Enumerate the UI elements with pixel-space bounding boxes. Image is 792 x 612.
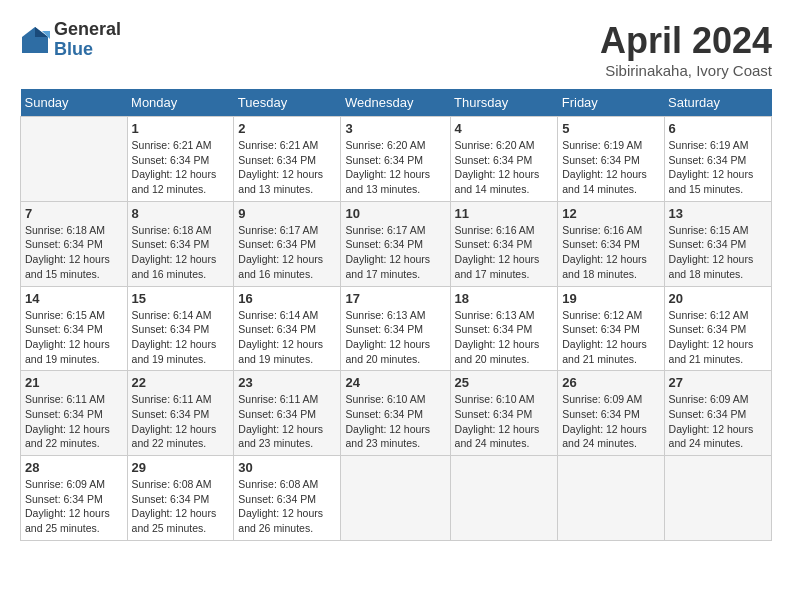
day-info: Sunrise: 6:13 AMSunset: 6:34 PMDaylight:… bbox=[345, 308, 445, 367]
day-number: 6 bbox=[669, 121, 767, 136]
calendar-header-monday: Monday bbox=[127, 89, 234, 117]
calendar-cell: 27Sunrise: 6:09 AMSunset: 6:34 PMDayligh… bbox=[664, 371, 771, 456]
calendar-cell: 4Sunrise: 6:20 AMSunset: 6:34 PMDaylight… bbox=[450, 117, 558, 202]
calendar-cell: 16Sunrise: 6:14 AMSunset: 6:34 PMDayligh… bbox=[234, 286, 341, 371]
day-info: Sunrise: 6:15 AMSunset: 6:34 PMDaylight:… bbox=[669, 223, 767, 282]
day-number: 21 bbox=[25, 375, 123, 390]
day-number: 1 bbox=[132, 121, 230, 136]
day-number: 20 bbox=[669, 291, 767, 306]
calendar-cell: 18Sunrise: 6:13 AMSunset: 6:34 PMDayligh… bbox=[450, 286, 558, 371]
day-number: 2 bbox=[238, 121, 336, 136]
calendar-cell: 24Sunrise: 6:10 AMSunset: 6:34 PMDayligh… bbox=[341, 371, 450, 456]
calendar-header-tuesday: Tuesday bbox=[234, 89, 341, 117]
calendar-cell: 2Sunrise: 6:21 AMSunset: 6:34 PMDaylight… bbox=[234, 117, 341, 202]
calendar-week-row: 14Sunrise: 6:15 AMSunset: 6:34 PMDayligh… bbox=[21, 286, 772, 371]
day-number: 4 bbox=[455, 121, 554, 136]
calendar-cell: 21Sunrise: 6:11 AMSunset: 6:34 PMDayligh… bbox=[21, 371, 128, 456]
day-info: Sunrise: 6:09 AMSunset: 6:34 PMDaylight:… bbox=[562, 392, 659, 451]
day-number: 24 bbox=[345, 375, 445, 390]
day-info: Sunrise: 6:14 AMSunset: 6:34 PMDaylight:… bbox=[132, 308, 230, 367]
calendar-cell bbox=[558, 456, 664, 541]
day-number: 17 bbox=[345, 291, 445, 306]
calendar-cell: 22Sunrise: 6:11 AMSunset: 6:34 PMDayligh… bbox=[127, 371, 234, 456]
calendar-cell: 3Sunrise: 6:20 AMSunset: 6:34 PMDaylight… bbox=[341, 117, 450, 202]
day-info: Sunrise: 6:16 AMSunset: 6:34 PMDaylight:… bbox=[562, 223, 659, 282]
day-number: 18 bbox=[455, 291, 554, 306]
logo-text: General Blue bbox=[54, 20, 121, 60]
day-number: 22 bbox=[132, 375, 230, 390]
day-number: 3 bbox=[345, 121, 445, 136]
calendar-header-sunday: Sunday bbox=[21, 89, 128, 117]
calendar-cell: 26Sunrise: 6:09 AMSunset: 6:34 PMDayligh… bbox=[558, 371, 664, 456]
day-number: 14 bbox=[25, 291, 123, 306]
calendar-cell: 30Sunrise: 6:08 AMSunset: 6:34 PMDayligh… bbox=[234, 456, 341, 541]
calendar-header-saturday: Saturday bbox=[664, 89, 771, 117]
day-info: Sunrise: 6:21 AMSunset: 6:34 PMDaylight:… bbox=[238, 138, 336, 197]
day-number: 23 bbox=[238, 375, 336, 390]
day-number: 26 bbox=[562, 375, 659, 390]
day-info: Sunrise: 6:08 AMSunset: 6:34 PMDaylight:… bbox=[132, 477, 230, 536]
day-info: Sunrise: 6:21 AMSunset: 6:34 PMDaylight:… bbox=[132, 138, 230, 197]
calendar-cell bbox=[21, 117, 128, 202]
day-info: Sunrise: 6:17 AMSunset: 6:34 PMDaylight:… bbox=[238, 223, 336, 282]
location: Sibirinakaha, Ivory Coast bbox=[600, 62, 772, 79]
day-info: Sunrise: 6:16 AMSunset: 6:34 PMDaylight:… bbox=[455, 223, 554, 282]
calendar-cell: 13Sunrise: 6:15 AMSunset: 6:34 PMDayligh… bbox=[664, 201, 771, 286]
calendar-cell: 29Sunrise: 6:08 AMSunset: 6:34 PMDayligh… bbox=[127, 456, 234, 541]
day-number: 7 bbox=[25, 206, 123, 221]
calendar-cell: 15Sunrise: 6:14 AMSunset: 6:34 PMDayligh… bbox=[127, 286, 234, 371]
calendar-header-thursday: Thursday bbox=[450, 89, 558, 117]
day-info: Sunrise: 6:15 AMSunset: 6:34 PMDaylight:… bbox=[25, 308, 123, 367]
day-number: 25 bbox=[455, 375, 554, 390]
day-number: 29 bbox=[132, 460, 230, 475]
calendar-cell: 12Sunrise: 6:16 AMSunset: 6:34 PMDayligh… bbox=[558, 201, 664, 286]
calendar-cell bbox=[341, 456, 450, 541]
day-number: 5 bbox=[562, 121, 659, 136]
day-number: 12 bbox=[562, 206, 659, 221]
day-info: Sunrise: 6:11 AMSunset: 6:34 PMDaylight:… bbox=[238, 392, 336, 451]
calendar-cell: 1Sunrise: 6:21 AMSunset: 6:34 PMDaylight… bbox=[127, 117, 234, 202]
calendar-cell: 8Sunrise: 6:18 AMSunset: 6:34 PMDaylight… bbox=[127, 201, 234, 286]
calendar-cell bbox=[450, 456, 558, 541]
month-title: April 2024 bbox=[600, 20, 772, 62]
day-number: 27 bbox=[669, 375, 767, 390]
logo: General Blue bbox=[20, 20, 121, 60]
day-info: Sunrise: 6:17 AMSunset: 6:34 PMDaylight:… bbox=[345, 223, 445, 282]
day-info: Sunrise: 6:10 AMSunset: 6:34 PMDaylight:… bbox=[345, 392, 445, 451]
calendar-week-row: 28Sunrise: 6:09 AMSunset: 6:34 PMDayligh… bbox=[21, 456, 772, 541]
day-number: 28 bbox=[25, 460, 123, 475]
logo-blue-text: Blue bbox=[54, 40, 121, 60]
day-info: Sunrise: 6:18 AMSunset: 6:34 PMDaylight:… bbox=[132, 223, 230, 282]
day-info: Sunrise: 6:20 AMSunset: 6:34 PMDaylight:… bbox=[345, 138, 445, 197]
day-info: Sunrise: 6:08 AMSunset: 6:34 PMDaylight:… bbox=[238, 477, 336, 536]
calendar-cell: 25Sunrise: 6:10 AMSunset: 6:34 PMDayligh… bbox=[450, 371, 558, 456]
calendar-cell: 6Sunrise: 6:19 AMSunset: 6:34 PMDaylight… bbox=[664, 117, 771, 202]
calendar-cell: 7Sunrise: 6:18 AMSunset: 6:34 PMDaylight… bbox=[21, 201, 128, 286]
day-number: 19 bbox=[562, 291, 659, 306]
logo-general-text: General bbox=[54, 20, 121, 40]
calendar-cell: 20Sunrise: 6:12 AMSunset: 6:34 PMDayligh… bbox=[664, 286, 771, 371]
calendar-cell: 14Sunrise: 6:15 AMSunset: 6:34 PMDayligh… bbox=[21, 286, 128, 371]
calendar-header-row: SundayMondayTuesdayWednesdayThursdayFrid… bbox=[21, 89, 772, 117]
day-number: 8 bbox=[132, 206, 230, 221]
day-info: Sunrise: 6:11 AMSunset: 6:34 PMDaylight:… bbox=[132, 392, 230, 451]
day-info: Sunrise: 6:20 AMSunset: 6:34 PMDaylight:… bbox=[455, 138, 554, 197]
day-info: Sunrise: 6:09 AMSunset: 6:34 PMDaylight:… bbox=[25, 477, 123, 536]
day-info: Sunrise: 6:19 AMSunset: 6:34 PMDaylight:… bbox=[669, 138, 767, 197]
calendar-week-row: 7Sunrise: 6:18 AMSunset: 6:34 PMDaylight… bbox=[21, 201, 772, 286]
day-info: Sunrise: 6:10 AMSunset: 6:34 PMDaylight:… bbox=[455, 392, 554, 451]
day-info: Sunrise: 6:11 AMSunset: 6:34 PMDaylight:… bbox=[25, 392, 123, 451]
day-number: 16 bbox=[238, 291, 336, 306]
calendar-table: SundayMondayTuesdayWednesdayThursdayFrid… bbox=[20, 89, 772, 541]
day-number: 10 bbox=[345, 206, 445, 221]
calendar-week-row: 21Sunrise: 6:11 AMSunset: 6:34 PMDayligh… bbox=[21, 371, 772, 456]
day-number: 13 bbox=[669, 206, 767, 221]
calendar-cell bbox=[664, 456, 771, 541]
calendar-cell: 17Sunrise: 6:13 AMSunset: 6:34 PMDayligh… bbox=[341, 286, 450, 371]
day-info: Sunrise: 6:12 AMSunset: 6:34 PMDaylight:… bbox=[669, 308, 767, 367]
calendar-header-wednesday: Wednesday bbox=[341, 89, 450, 117]
calendar-cell: 23Sunrise: 6:11 AMSunset: 6:34 PMDayligh… bbox=[234, 371, 341, 456]
day-number: 15 bbox=[132, 291, 230, 306]
calendar-cell: 28Sunrise: 6:09 AMSunset: 6:34 PMDayligh… bbox=[21, 456, 128, 541]
day-info: Sunrise: 6:19 AMSunset: 6:34 PMDaylight:… bbox=[562, 138, 659, 197]
